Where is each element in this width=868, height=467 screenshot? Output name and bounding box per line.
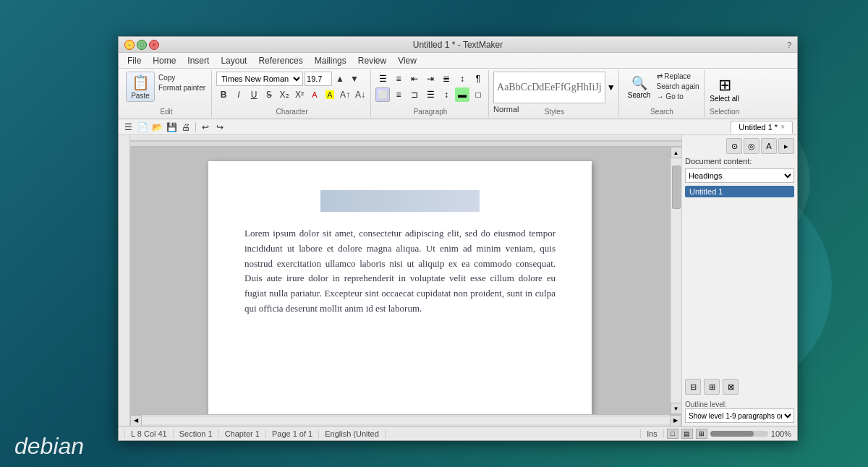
scroll-up-button[interactable]: ▲	[671, 147, 682, 158]
font-size-input[interactable]	[305, 72, 332, 86]
panel-icon-3[interactable]: A	[761, 138, 777, 154]
h-scroll-track[interactable]	[142, 417, 670, 424]
document-area: Lorem ipsum dolor sit amet, consectetur …	[130, 135, 681, 426]
subscript-button[interactable]: X₂	[277, 87, 292, 102]
menu-insert[interactable]: Insert	[182, 54, 215, 67]
toolbar-divider	[195, 122, 196, 132]
window-title: Untitled 1 * - TextMaker	[161, 40, 755, 50]
status-view-btn-3[interactable]: ⊞	[696, 429, 707, 439]
justify-button[interactable]: ☰	[423, 87, 438, 102]
secondary-toolbar: ☰ 📄 📂 💾 🖨 ↩ ↪ Untitled 1 * ×	[119, 119, 797, 135]
status-view-btn-1[interactable]: □	[667, 429, 678, 439]
vertical-scrollbar[interactable]: ▲ ▼	[670, 147, 681, 414]
toolbar-redo-button[interactable]: ↪	[213, 121, 226, 134]
toolbar-save-button[interactable]: 💾	[165, 121, 178, 134]
title-bar: − □ × Untitled 1 * - TextMaker ?	[119, 37, 797, 53]
scroll-track[interactable]	[671, 158, 681, 403]
zoom-bar	[710, 431, 768, 437]
panel-document-item[interactable]: Untitled 1	[685, 186, 794, 197]
align-left-button[interactable]: ⬜	[375, 87, 390, 102]
horizontal-scrollbar[interactable]: ◀ ▶	[130, 414, 681, 426]
tab-label: Untitled 1 *	[739, 123, 778, 132]
toolbar-menu-icon[interactable]: ☰	[122, 121, 135, 134]
shading-button[interactable]: ▬	[455, 87, 469, 102]
help-button[interactable]: ?	[755, 40, 791, 49]
highlight-button[interactable]: A	[323, 87, 337, 102]
multilevel-list-button[interactable]: ≣	[439, 72, 454, 86]
line-spacing-button[interactable]: ↕	[439, 87, 454, 102]
indent-button[interactable]: ⇥	[423, 72, 438, 86]
panel-bottom-icon-3[interactable]: ⊠	[723, 379, 739, 395]
superscript-button[interactable]: X²	[292, 87, 307, 102]
search-button[interactable]: 🔍 Search	[624, 72, 655, 102]
toolbar-print-button[interactable]: 🖨	[179, 121, 192, 134]
ribbon: 📋 Paste Copy Format painter Edit Times N…	[119, 69, 797, 119]
panel-close-button[interactable]: ▸	[778, 138, 794, 154]
font-name-select[interactable]: Times New Roman	[216, 72, 303, 86]
close-button[interactable]: ×	[149, 40, 159, 50]
italic-button[interactable]: I	[231, 87, 246, 102]
main-area: Lorem ipsum dolor sit amet, consectetur …	[119, 135, 797, 426]
ordered-list-button[interactable]: ≡	[391, 72, 406, 86]
document-scroll-area[interactable]: Lorem ipsum dolor sit amet, consectetur …	[130, 147, 681, 414]
replace-button[interactable]: ⇄ Replace	[655, 72, 701, 81]
tab-close-button[interactable]: ×	[780, 123, 785, 131]
unordered-list-button[interactable]: ☰	[375, 72, 390, 86]
menu-layout[interactable]: Layout	[215, 54, 252, 67]
toolbar-undo-button[interactable]: ↩	[199, 121, 212, 134]
grow-font-button[interactable]: A↑	[338, 87, 352, 102]
font-color-button[interactable]: A	[307, 87, 322, 102]
status-view-btn-2[interactable]: ▤	[681, 429, 693, 439]
shrink-font-button[interactable]: A↓	[353, 87, 367, 102]
status-position: L 8 Col 41	[124, 429, 174, 438]
menu-file[interactable]: File	[122, 54, 147, 67]
toolbar-new-button[interactable]: 📄	[136, 121, 149, 134]
styles-group-label: Styles	[490, 108, 618, 116]
panel-dropdown[interactable]: Headings	[685, 168, 794, 183]
scroll-left-button[interactable]: ◀	[130, 415, 142, 427]
underline-button[interactable]: U	[247, 87, 261, 102]
font-size-decrease-button[interactable]: ▼	[348, 72, 361, 85]
panel-icon-2[interactable]: ◎	[744, 138, 760, 154]
strikethrough-button[interactable]: S̶	[262, 87, 276, 102]
menu-references[interactable]: References	[252, 54, 308, 67]
scroll-right-button[interactable]: ▶	[670, 415, 681, 427]
paste-button[interactable]: 📋 Paste	[126, 72, 155, 102]
menu-mailings[interactable]: Mailings	[309, 54, 352, 67]
scroll-thumb[interactable]	[672, 166, 681, 209]
vertical-ruler	[119, 135, 130, 426]
panel-icon-1[interactable]: ⊙	[726, 138, 742, 154]
paste-label: Paste	[131, 92, 150, 100]
border-button[interactable]: □	[471, 87, 485, 102]
sort-button[interactable]: ↕	[455, 72, 469, 86]
format-painter-button[interactable]: Format painter	[157, 83, 207, 93]
align-center-button[interactable]: ≡	[391, 87, 406, 102]
select-all-button[interactable]: ⊞ Select all	[709, 72, 741, 107]
scroll-down-button[interactable]: ▼	[671, 403, 682, 414]
copy-button[interactable]: Copy	[157, 73, 207, 82]
outdent-button[interactable]: ⇤	[407, 72, 422, 86]
goto-button[interactable]: → Go to	[655, 92, 701, 101]
outline-select[interactable]: Show level 1-9 paragraphs only	[685, 408, 794, 423]
select-all-icon: ⊞	[718, 76, 731, 95]
maximize-button[interactable]: □	[137, 40, 147, 50]
status-language: English (United	[319, 429, 386, 438]
panel-bottom-icon-1[interactable]: ⊟	[685, 379, 701, 395]
panel-bottom-icon-2[interactable]: ⊞	[704, 379, 720, 395]
styles-expand-button[interactable]: ▼	[607, 72, 616, 103]
document-tab[interactable]: Untitled 1 * ×	[731, 121, 793, 134]
minimize-button[interactable]: −	[124, 40, 135, 50]
menu-review[interactable]: Review	[352, 54, 392, 67]
toolbar-open-button[interactable]: 📂	[150, 121, 163, 134]
search-btn-label: Search	[628, 91, 651, 99]
font-size-increase-button[interactable]: ▲	[333, 72, 346, 85]
search-again-button[interactable]: Search again	[655, 82, 701, 91]
menu-view[interactable]: View	[392, 54, 422, 67]
bold-button[interactable]: B	[216, 87, 231, 102]
panel-spacer	[685, 197, 794, 379]
selection-group: ⊞ Select all Selection	[706, 70, 744, 117]
show-marks-button[interactable]: ¶	[471, 72, 485, 86]
menu-home[interactable]: Home	[147, 54, 182, 67]
align-right-button[interactable]: ⊐	[407, 87, 422, 102]
outline-label: Outline level:	[685, 400, 794, 408]
